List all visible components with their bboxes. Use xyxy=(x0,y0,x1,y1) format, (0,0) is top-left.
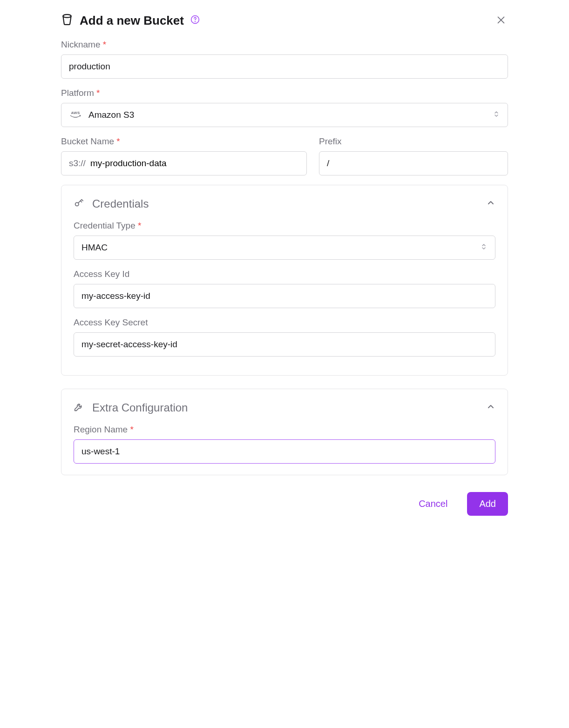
credentials-title: Credentials xyxy=(92,197,149,210)
credential-type-label: Credential Type xyxy=(74,221,135,230)
extra-config-title: Extra Configuration xyxy=(92,401,188,414)
prefix-input[interactable] xyxy=(319,151,508,175)
region-field: Region Name * xyxy=(74,425,495,464)
add-bucket-dialog: Add a new Bucket Nickname * xyxy=(61,9,508,516)
nickname-field: Nickname * xyxy=(61,40,508,79)
add-button[interactable]: Add xyxy=(467,492,508,516)
platform-label: Platform xyxy=(61,88,94,98)
extra-config-panel: Extra Configuration Region Name * xyxy=(61,389,508,475)
credentials-panel: Credentials Credential Type * HMAC A xyxy=(61,185,508,376)
dialog-header: Add a new Bucket xyxy=(61,9,508,40)
help-icon[interactable] xyxy=(190,15,200,27)
credential-type-value: HMAC xyxy=(81,243,108,253)
bucket-name-input[interactable] xyxy=(88,152,306,175)
prefix-label: Prefix xyxy=(319,136,508,147)
required-marker: * xyxy=(138,221,141,230)
nickname-input[interactable] xyxy=(61,54,508,79)
aws-icon: AWS xyxy=(69,110,82,120)
region-label: Region Name xyxy=(74,425,128,434)
required-marker: * xyxy=(96,88,100,98)
chevron-updown-icon xyxy=(480,243,488,253)
required-marker: * xyxy=(116,136,120,146)
key-icon xyxy=(74,198,84,210)
svg-point-2 xyxy=(195,21,196,22)
prefix-field: Prefix xyxy=(319,136,508,175)
close-button[interactable] xyxy=(494,13,508,28)
dialog-footer: Cancel Add xyxy=(61,488,508,516)
svg-point-0 xyxy=(63,14,71,18)
bucket-name-field: Bucket Name * s3:// xyxy=(61,136,307,175)
access-key-id-field: Access Key Id xyxy=(74,269,495,308)
cancel-button[interactable]: Cancel xyxy=(406,492,460,516)
access-key-id-label: Access Key Id xyxy=(74,269,495,279)
credentials-toggle[interactable]: Credentials xyxy=(74,197,495,210)
platform-select[interactable]: AWS Amazon S3 xyxy=(61,103,508,127)
region-input[interactable] xyxy=(74,439,495,464)
nickname-label: Nickname xyxy=(61,40,100,49)
required-marker: * xyxy=(130,425,133,434)
dialog-title: Add a new Bucket xyxy=(80,13,184,28)
platform-value: Amazon S3 xyxy=(88,110,134,120)
close-icon xyxy=(496,20,506,27)
bucket-name-label: Bucket Name xyxy=(61,136,114,146)
wrench-icon xyxy=(74,402,84,414)
chevron-up-icon xyxy=(486,198,495,210)
chevron-up-icon xyxy=(486,402,495,414)
chevron-updown-icon xyxy=(493,110,500,120)
platform-field: Platform * AWS Amazon S3 xyxy=(61,88,508,127)
credential-type-select[interactable]: HMAC xyxy=(74,236,495,260)
access-key-secret-label: Access Key Secret xyxy=(74,317,495,328)
bucket-icon xyxy=(61,13,73,28)
bucket-scheme-label: s3:// xyxy=(61,152,88,175)
access-key-id-input[interactable] xyxy=(74,284,495,308)
credential-type-field: Credential Type * HMAC xyxy=(74,221,495,260)
extra-config-toggle[interactable]: Extra Configuration xyxy=(74,401,495,414)
access-key-secret-field: Access Key Secret xyxy=(74,317,495,357)
required-marker: * xyxy=(103,40,106,49)
access-key-secret-input[interactable] xyxy=(74,332,495,357)
